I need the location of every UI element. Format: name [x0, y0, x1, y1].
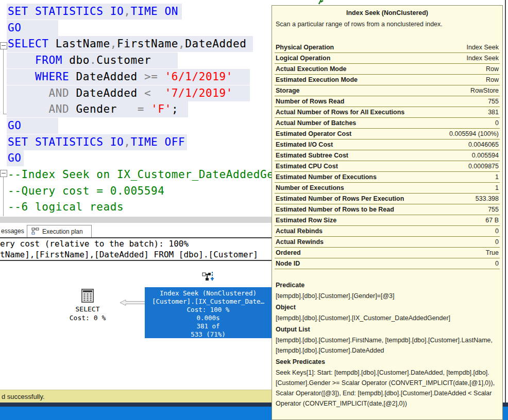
- code-token: --Query cost = 0.005594: [8, 185, 165, 197]
- query-status-message: d successfully.: [2, 393, 45, 400]
- code-line[interactable]: --6 logical reads: [7, 199, 124, 215]
- code-token: GO: [8, 119, 22, 132]
- code-token: [8, 103, 48, 115]
- tooltip-row-label: Actual Number of Batches: [276, 118, 495, 128]
- tooltip-section-value: [tempdb].[dbo].[Customer].FirstName, [te…: [276, 335, 501, 356]
- clipped-green-text-fragment: [318, 0, 324, 5]
- code-text: GO: [7, 22, 22, 34]
- tooltip-row-label: Logical Operation: [276, 53, 466, 63]
- tooltip-row: Actual Rebinds0: [275, 226, 500, 237]
- code-text: SET STATISTICS IO,TIME OFF: [7, 136, 185, 148]
- tooltip-row-value: 0: [495, 258, 499, 269]
- tooltip-section-title: Predicate: [276, 280, 501, 291]
- tooltip-row-value: Index Seek: [466, 42, 499, 52]
- tooltip-row: Estimated Number of Rows Per Execution53…: [275, 194, 500, 204]
- plan-node-line: Index Seek (NonClustered): [145, 289, 272, 297]
- tooltip-section: Output List[tempdb].[dbo].[Customer].Fir…: [276, 324, 501, 356]
- plan-statement-text: tName],[FirstName],[DateAdded] FROM [dbo…: [0, 250, 258, 259]
- code-text: SELECT LastName,FirstName,DateAdded: [7, 38, 247, 50]
- tab-messages[interactable]: essages: [0, 225, 27, 237]
- plan-arrow[interactable]: [120, 299, 146, 306]
- tooltip-row-value: Row: [486, 75, 499, 85]
- tooltip-section-title: Seek Predicates: [276, 357, 501, 367]
- tooltip-row: Node ID0: [275, 258, 500, 269]
- plan-node-line: 533 (71%): [145, 330, 272, 339]
- plan-query-cost-text: ery cost (relative to the batch): 100%: [0, 239, 189, 249]
- code-token: .: [90, 54, 96, 66]
- tooltip-row-label: Actual Execution Mode: [276, 64, 486, 74]
- tooltip-row-value: 755: [488, 204, 499, 215]
- code-text: GO: [7, 119, 22, 132]
- code-token: TIME OFF: [130, 136, 185, 148]
- code-line[interactable]: AND Gender = 'F';: [7, 101, 178, 117]
- tooltip-row: Actual Execution ModeRow: [275, 64, 500, 75]
- tab-execution-plan[interactable]: Execution plan: [27, 225, 92, 237]
- code-token: dbo: [62, 54, 90, 66]
- tooltip-row-value: 533.398: [476, 194, 499, 204]
- plan-node-index-seek[interactable]: Index Seek (NonClustered)[Customer].[IX_…: [145, 287, 272, 338]
- tooltip-sections: Predicate[tempdb].[dbo].[Customer].[Gend…: [276, 280, 501, 410]
- tooltip-row-label: Estimated I/O Cost: [276, 139, 468, 150]
- tooltip-row: Estimated Number of Executions1: [275, 172, 500, 183]
- tooltip-row: Estimated Subtree Cost0.005594: [275, 150, 500, 161]
- tooltip-section-value: [tempdb].[dbo].[Customer].[Gender]=[@3]: [276, 291, 501, 301]
- tooltip-row-value: 381: [488, 107, 499, 117]
- tooltip-row-value: 0.005594: [472, 150, 499, 161]
- tooltip-row-value: Row: [486, 64, 499, 74]
- plan-node-line: [Customer].[IX_Customer_Date…: [145, 297, 272, 306]
- tooltip-row: Actual Rewinds0: [275, 237, 500, 248]
- tooltip-section: Predicate[tempdb].[dbo].[Customer].[Gend…: [276, 280, 501, 301]
- tooltip-row-value: 0: [495, 118, 499, 128]
- tooltip-row: Logical OperationIndex Seek: [275, 53, 500, 64]
- code-text: --6 logical reads: [7, 201, 124, 213]
- tooltip-section-title: Output List: [276, 324, 501, 335]
- tooltip-row: Estimated Number of Rows to be Read755: [275, 204, 500, 215]
- code-line[interactable]: --Query cost = 0.005594: [7, 183, 165, 199]
- code-line[interactable]: SELECT LastName,FirstName,DateAdded: [7, 36, 247, 52]
- code-text: GO: [7, 152, 22, 164]
- outline-bracket: [3, 49, 4, 114]
- code-token: 'F': [151, 103, 172, 115]
- code-line[interactable]: GO: [7, 20, 22, 36]
- select-node-cost: Cost: 0 %: [67, 313, 108, 322]
- code-token: [8, 54, 35, 66]
- tooltip-row: StorageRowStore: [275, 85, 500, 96]
- tooltip-row-value: 755: [488, 96, 499, 107]
- code-token: SELECT: [8, 38, 56, 50]
- tooltip-row-label: Actual Rebinds: [276, 226, 495, 236]
- code-token: --6 logical reads: [8, 201, 124, 213]
- code-token: ,: [110, 38, 117, 50]
- plan-node-select[interactable]: SELECT Cost: 0 %: [67, 289, 108, 322]
- code-line[interactable]: FROM dbo.Customer: [7, 52, 151, 68]
- code-line[interactable]: GO: [7, 150, 22, 166]
- code-line[interactable]: SET STATISTICS IO,TIME ON: [7, 4, 178, 20]
- plan-node-line: 381 of: [145, 322, 272, 330]
- tooltip-description: Scan a particular range of rows from a n…: [276, 21, 443, 28]
- tooltip-row: Number of Executions1: [275, 183, 500, 194]
- tooltip-row-value: 67 B: [485, 215, 499, 225]
- code-line[interactable]: SET STATISTICS IO,TIME OFF: [7, 134, 185, 150]
- tooltip-row-label: Estimated Number of Executions: [276, 172, 495, 182]
- code-token: '7/1/2019': [165, 87, 233, 99]
- code-line[interactable]: GO: [7, 118, 22, 134]
- code-token: Gender: [69, 103, 137, 115]
- code-token: WHERE: [35, 71, 69, 83]
- code-text: --Index Seek on IX_Customer_DateAddedGen…: [7, 168, 301, 181]
- code-token: SET STATISTICS IO: [8, 5, 124, 18]
- tooltip-section: Object[tempdb].[dbo].[Customer].[IX_Cust…: [276, 302, 501, 323]
- code-token: GO: [8, 22, 22, 34]
- select-node-label: SELECT: [67, 305, 108, 313]
- tooltip-row: OrderedTrue: [275, 248, 500, 258]
- code-token: >=: [144, 71, 165, 83]
- tooltip-section-value: Seek Keys[1]: Start: [tempdb].[dbo].[Cus…: [276, 367, 501, 409]
- outline-collapse-icon[interactable]: [0, 170, 7, 177]
- tooltip-row-value: 0: [495, 226, 499, 236]
- code-token: DateAdded: [69, 71, 144, 83]
- outline-collapse-icon[interactable]: [0, 42, 7, 49]
- code-token: [8, 87, 48, 99]
- code-line[interactable]: --Index Seek on IX_Customer_DateAddedGen…: [7, 167, 301, 183]
- code-text: --Query cost = 0.005594: [7, 185, 165, 197]
- tooltip-row-label: Storage: [276, 85, 470, 96]
- code-line[interactable]: AND DateAdded < '7/1/2019': [7, 85, 233, 101]
- code-line[interactable]: WHERE DateAdded >= '6/1/2019': [7, 69, 233, 85]
